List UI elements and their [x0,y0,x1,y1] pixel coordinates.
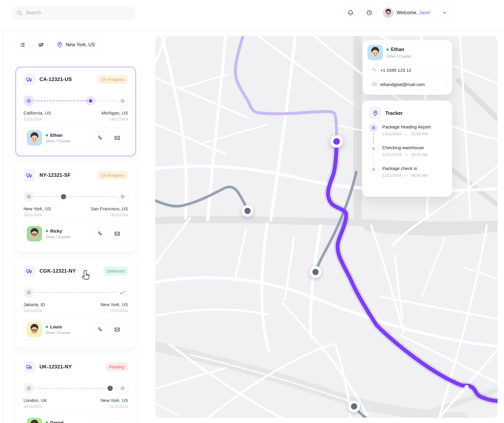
avatar [367,45,383,60]
origin-target-icon [23,191,34,202]
destination-date: 21/11/2024 [100,405,128,409]
origin-date: 14/11/2024 [23,309,45,313]
online-dot [386,48,389,51]
origin-city: New York, US [23,206,51,211]
destination-city: Michigan, US [102,110,128,115]
destination-target-icon [117,191,128,202]
progress-dot [61,194,66,199]
search-icon [16,9,23,16]
online-dot [46,326,48,328]
courier-row: Ricky Drive / Courier [23,223,128,244]
status-badge: On Progress [97,171,128,180]
truck-icon [23,74,35,85]
status-badge: Delivered [103,267,128,276]
shipment-id: CA-12321-US [39,77,72,82]
mail-icon [371,81,377,87]
shipment-list: CA-12321-US On Progress California, US12… [15,67,136,423]
courier-name: Ricky [50,229,62,233]
origin-city: California, US [23,110,51,115]
driver-panel: Ethan Drive / Courier +1 2345 123 12 eth… [363,40,452,95]
avatar [27,130,42,146]
chevron-down-icon [442,10,448,16]
origin-city: Jakarta, ID [23,302,45,307]
progress-dot [88,98,93,104]
call-button[interactable] [93,132,107,144]
progress-track [35,96,117,106]
origin-target-icon [23,96,34,106]
courier-row: Louis Drive / Courier [23,319,128,340]
search-field[interactable] [26,10,130,15]
history-button[interactable] [362,6,376,20]
map[interactable]: Ethan Drive / Courier +1 2345 123 12 eth… [155,36,497,418]
message-button[interactable] [110,419,124,423]
courier-role: Drive / Courier [46,235,71,239]
notifications-button[interactable] [343,6,358,20]
progress-track [35,191,117,202]
call-button[interactable] [93,419,107,423]
welcome-text: Welcome, Jane! [397,10,430,15]
tracker-event: Checking warehouse 12/11/2024—09:00 AM [369,145,445,166]
progress-track [35,383,117,394]
driver-email[interactable]: ethandgoat@mail.com [367,79,447,90]
filter-button[interactable] [34,38,48,52]
message-button[interactable] [110,323,124,336]
courier-row: Ethan Drive / Courier [23,127,128,149]
origin-date: 14/11/2024 [23,213,51,217]
route-waypoint [465,385,469,389]
truck-icon [23,169,35,181]
courier-role: Drive / Courier [46,139,71,143]
avatar [27,322,42,337]
tracker-event: Package heading Airport 13/11/2024—02:00… [369,124,445,145]
online-dot [46,230,48,232]
origin-city: London, UK [23,398,47,403]
shipment-id: UK-12321-NY [39,364,72,370]
delivered-check-icon [117,287,128,298]
avatar [27,418,42,423]
truck-icon [23,361,35,373]
location-filter-chip[interactable]: New York, US [52,38,101,52]
driver-role: Drive / Courier [386,54,411,58]
courier-row: Daniel Drive / Courier [23,415,128,423]
origin-target-icon [23,287,34,298]
tracker-pin-icon [369,107,381,119]
search-input[interactable] [12,6,135,20]
destination-target-icon [117,383,128,394]
call-button[interactable] [93,228,107,240]
destination-target-icon [117,96,128,106]
truck-icon [23,265,35,277]
origin-date: 18/11/2024 [23,405,47,409]
target-icon [369,165,378,174]
list-view-button[interactable] [15,38,30,52]
tracker-event: Package check in 12/11/2024—08:00 AM [369,166,445,178]
message-button[interactable] [110,228,124,240]
driver-phone[interactable]: +1 2345 123 12 [367,64,447,76]
call-button[interactable] [93,323,107,336]
shipment-card[interactable]: CGK-12321-NY Delivered Jakarta, ID14/11/… [15,258,136,348]
list-icon [19,41,26,48]
destination-city: New York, US [100,398,128,403]
message-button[interactable] [110,132,124,144]
bell-icon [347,9,354,16]
user-menu[interactable]: Welcome, Jane! [381,6,452,20]
destination-date: 17/11/2024 [100,309,128,313]
progress-dot [107,386,113,391]
sliders-icon [37,41,45,48]
online-dot [46,134,48,136]
status-badge: Pending [106,362,128,371]
destination-city: New York, US [100,302,128,307]
courier-name: Ethan [50,133,63,137]
header-divider [0,30,504,30]
shipment-id: NY-12321-SF [39,172,71,178]
courier-role: Drive / Courier [46,331,71,335]
target-icon [369,124,378,132]
destination-date: 15/11/2024 [91,213,128,217]
origin-target-icon [23,383,34,394]
progress-track [35,287,117,298]
shipment-card[interactable]: NY-12321-SF On Progress New York, US14/1… [15,163,136,252]
shipment-card[interactable]: CA-12321-US On Progress California, US12… [15,67,136,156]
active-courier-marker [330,135,343,148]
courier-name: Louis [50,325,62,329]
shipment-card[interactable]: UK-12321-NY Pending London, UK18/11/2024… [15,354,136,423]
history-icon [366,9,373,16]
location-filter-label: New York, US [66,42,95,47]
